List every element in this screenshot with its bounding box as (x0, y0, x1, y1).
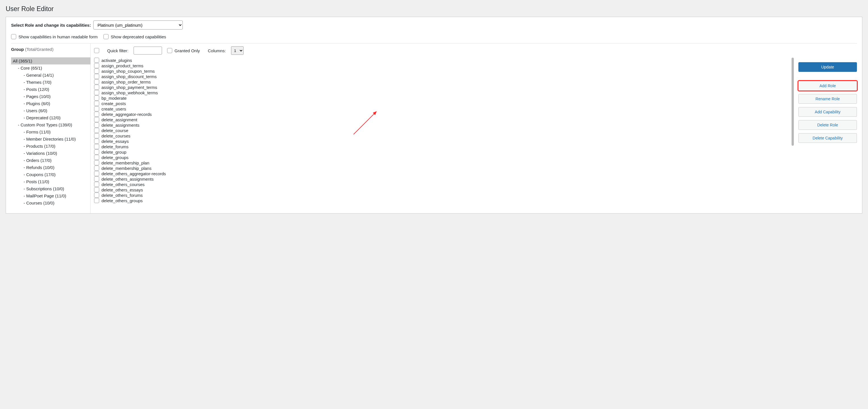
group-header: Group (11, 47, 24, 52)
capability-row: assign_shop_payment_terms (94, 84, 790, 90)
capability-checkbox[interactable] (94, 96, 99, 101)
capability-checkbox[interactable] (94, 58, 99, 63)
capability-checkbox[interactable] (94, 63, 99, 68)
group-item[interactable]: Subscriptions (10/0) (11, 185, 90, 192)
rename-role-button[interactable]: Rename Role (798, 94, 857, 104)
capability-checkbox[interactable] (94, 193, 99, 198)
group-item[interactable]: Courses (10/0) (11, 199, 90, 206)
capability-row: delete_essays (94, 139, 790, 144)
capability-row: assign_shop_order_terms (94, 79, 790, 84)
capability-label: assign_shop_order_terms (101, 79, 151, 84)
deprecated-checkbox[interactable] (103, 34, 108, 39)
group-item[interactable]: Member Directories (11/0) (11, 135, 90, 143)
capability-row: delete_course (94, 128, 790, 133)
group-item[interactable]: Products (17/0) (11, 143, 90, 150)
group-item[interactable]: Forms (11/0) (11, 128, 90, 135)
capability-checkbox[interactable] (94, 79, 99, 84)
human-readable-checkbox[interactable] (11, 34, 16, 39)
capability-label: delete_others_groups (101, 198, 143, 203)
capability-row: delete_membership_plan (94, 160, 790, 166)
capability-label: bp_moderate (101, 96, 126, 101)
granted-only-checkbox[interactable] (167, 48, 172, 53)
capability-checkbox[interactable] (94, 101, 99, 106)
capability-row: assign_shop_webhook_terms (94, 90, 790, 96)
capability-label: delete_others_aggregator-records (101, 171, 166, 176)
group-item[interactable]: Users (6/0) (11, 107, 90, 114)
add-capability-button[interactable]: Add Capability (798, 107, 857, 117)
group-item[interactable]: Variations (10/0) (11, 150, 90, 157)
capability-checkbox[interactable] (94, 112, 99, 117)
capability-checkbox[interactable] (94, 84, 99, 90)
capability-row: delete_forums (94, 144, 790, 149)
capability-checkbox[interactable] (94, 74, 99, 79)
capability-checkbox[interactable] (94, 149, 99, 155)
select-all-checkbox[interactable] (94, 48, 99, 53)
capability-row: activate_plugins (94, 58, 790, 63)
capabilities-scroll[interactable]: activate_pluginsassign_product_termsassi… (94, 58, 790, 213)
capability-checkbox[interactable] (94, 68, 99, 74)
group-item[interactable]: Core (65/1) (11, 65, 90, 72)
capability-checkbox[interactable] (94, 187, 99, 192)
group-item[interactable]: Refunds (10/0) (11, 164, 90, 171)
capability-checkbox[interactable] (94, 123, 99, 128)
capability-checkbox[interactable] (94, 144, 99, 149)
capability-label: delete_essays (101, 139, 129, 144)
capability-label: delete_aggregator-records (101, 112, 152, 117)
group-item[interactable]: Coupons (17/0) (11, 171, 90, 178)
capability-checkbox[interactable] (94, 139, 99, 144)
capability-row: delete_others_essays (94, 187, 790, 193)
capability-row: delete_assignment (94, 117, 790, 123)
group-list: All (365/1)Core (65/1)General (14/1)Them… (11, 56, 90, 206)
capability-checkbox[interactable] (94, 166, 99, 171)
scrollbar[interactable] (792, 58, 794, 213)
capability-row: delete_others_aggregator-records (94, 171, 790, 176)
capability-label: delete_others_essays (101, 188, 143, 192)
capability-row: delete_membership_plans (94, 166, 790, 171)
delete-capability-button[interactable]: Delete Capability (798, 133, 857, 143)
capability-label: delete_others_assignments (101, 177, 153, 181)
capability-checkbox[interactable] (94, 155, 99, 160)
add-role-button[interactable]: Add Role (798, 81, 857, 91)
group-item[interactable]: All (365/1) (11, 57, 90, 65)
capability-label: delete_courses (101, 134, 130, 138)
group-item[interactable]: MailPoet Page (11/0) (11, 192, 90, 199)
capability-label: assign_shop_coupon_terms (101, 69, 155, 74)
capability-row: delete_others_groups (94, 198, 790, 203)
scrollbar-thumb[interactable] (792, 58, 794, 146)
group-item[interactable]: Posts (11/0) (11, 178, 90, 185)
capabilities-column: Quick filter: Granted Only Columns: 1 ac… (91, 43, 857, 213)
capability-row: bp_moderate (94, 96, 790, 101)
capability-checkbox[interactable] (94, 182, 99, 187)
group-item[interactable]: Orders (17/0) (11, 157, 90, 164)
group-item[interactable]: Themes (7/0) (11, 79, 90, 86)
capability-checkbox[interactable] (94, 128, 99, 133)
capability-checkbox[interactable] (94, 90, 99, 95)
capability-checkbox[interactable] (94, 176, 99, 181)
group-header-meta: (Total/Granted) (24, 47, 54, 52)
group-item[interactable]: Deprecated (12/0) (11, 114, 90, 121)
quick-filter-input[interactable] (133, 46, 162, 55)
group-item[interactable]: Custom Post Types (139/0) (11, 121, 90, 128)
role-select[interactable]: Platinum (um_platinum) (93, 21, 183, 30)
capability-checkbox[interactable] (94, 198, 99, 203)
capability-checkbox[interactable] (94, 160, 99, 165)
update-button[interactable]: Update (798, 62, 857, 72)
capability-checkbox[interactable] (94, 117, 99, 122)
deprecated-label: Show deprecated capabilities (111, 34, 166, 39)
granted-only-label: Granted Only (175, 48, 200, 53)
columns-select[interactable]: 1 (231, 46, 244, 55)
group-item[interactable]: General (14/1) (11, 72, 90, 79)
group-item[interactable]: Plugins (6/0) (11, 100, 90, 107)
actions-column: Update Add Role Rename Role Add Capabili… (794, 58, 857, 213)
capability-label: assign_shop_discount_terms (101, 74, 157, 79)
group-item[interactable]: Pages (10/0) (11, 93, 90, 100)
editor-panel: Select Role and change its capabilities:… (6, 17, 862, 213)
capability-checkbox[interactable] (94, 133, 99, 138)
delete-role-button[interactable]: Delete Role (798, 120, 857, 130)
capability-label: delete_group (101, 150, 126, 155)
capability-label: activate_plugins (101, 58, 132, 63)
capability-checkbox[interactable] (94, 171, 99, 176)
group-item[interactable]: Posts (12/0) (11, 86, 90, 93)
capability-checkbox[interactable] (94, 106, 99, 111)
capability-label: delete_membership_plans (101, 166, 152, 171)
